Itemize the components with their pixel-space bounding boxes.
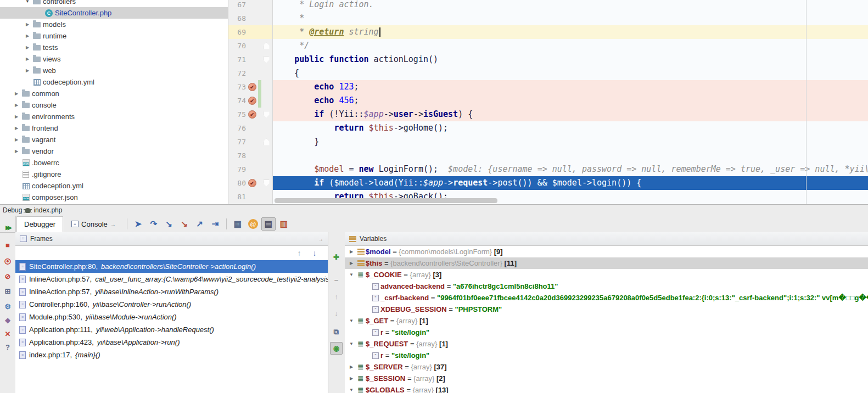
show-watches-icon[interactable]: ◉ [330, 342, 343, 355]
close-icon[interactable]: ✕ [0, 328, 15, 340]
step-out-icon[interactable]: ↗ [193, 217, 207, 231]
editor-line-71[interactable]: 71 public function actionLogin() [228, 53, 868, 66]
chevron-right-icon[interactable]: ▶ [347, 364, 356, 369]
fold-marker-icon[interactable] [261, 180, 271, 187]
variable-row[interactable]: ▶$model = {common\models\LoginForm} [9] [345, 246, 868, 257]
line-number[interactable]: 68 [228, 12, 246, 25]
chevron-right-icon[interactable]: ▶ [347, 249, 356, 254]
resume-icon[interactable]: ▶▶ [0, 221, 15, 233]
editor-horizontal-scrollbar[interactable] [275, 198, 497, 203]
variable-row[interactable]: "advanced-backend = "a676ihctr8gc1cml5n8… [345, 280, 868, 292]
chevron-down-icon[interactable]: ▼ [347, 272, 356, 277]
show-execution-point-icon[interactable]: ➤ [131, 217, 145, 231]
variable-row[interactable]: ▶$this = {backend\controllers\SiteContro… [345, 257, 868, 269]
tree-item-models[interactable]: ▶models [0, 19, 228, 30]
frame-row[interactable]: ≡InlineAction.php:57,yii\base\InlineActi… [15, 285, 328, 298]
run-to-cursor-icon[interactable]: ⇥ [208, 217, 222, 231]
variable-row[interactable]: ▼≣$_REQUEST = {array} [1] [345, 338, 868, 350]
editor-line-79[interactable]: 79 $model = new LoginForm(); $model: {us… [228, 162, 868, 176]
chevron-right-icon[interactable]: ▶ [23, 57, 32, 61]
breakpoint-icon[interactable]: ✔ [246, 179, 258, 187]
tree-item-runtime[interactable]: ▶runtime [0, 30, 228, 42]
move-down-icon[interactable]: ↓ [330, 307, 343, 319]
fold-marker-icon[interactable] [261, 43, 271, 49]
chevron-right-icon[interactable]: ▶ [23, 45, 32, 50]
variable-row[interactable]: ▼≣$GLOBALS = {array} [13] [345, 384, 868, 393]
line-number[interactable]: 76 [228, 121, 246, 135]
frame-row[interactable]: ≡Application.php:423,yii\base\Applicatio… [15, 336, 328, 349]
variable-row[interactable]: ▼≣$_COOKIE = {array} [3] [345, 269, 868, 280]
view-breakpoints-icon[interactable]: ⦿ [0, 255, 15, 267]
fold-marker-icon[interactable] [261, 139, 271, 145]
line-number[interactable]: 73 [228, 80, 246, 94]
evaluate-expression-icon[interactable]: ▦ [231, 217, 245, 231]
tree-item-views[interactable]: ▶views [0, 53, 228, 65]
breakpoint-dot[interactable]: ✔ [248, 97, 256, 105]
editor-line-69[interactable]: 69 * @return string [228, 25, 868, 39]
chevron-right-icon[interactable]: ▶ [347, 261, 356, 266]
chevron-right-icon[interactable]: ▶ [12, 103, 21, 108]
editor-line-77[interactable]: 77 } [228, 135, 868, 149]
tree-item-codeception-yml[interactable]: codeception.yml [0, 180, 228, 192]
tree-item-controllers[interactable]: ▼controllers [0, 0, 228, 7]
tree-item-vendor[interactable]: ▶vendor [0, 145, 228, 157]
variable-row[interactable]: "r = "site/login" [345, 327, 868, 338]
chevron-right-icon[interactable]: ▶ [12, 91, 21, 96]
line-number[interactable]: 81 [228, 190, 246, 204]
fold-marker-icon[interactable] [261, 111, 271, 118]
move-up-icon[interactable]: ↑ [330, 290, 343, 303]
chevron-right-icon[interactable]: ▶ [12, 126, 21, 131]
variable-row[interactable]: ▶≣$_SESSION = {array} [2] [345, 373, 868, 384]
frame-row[interactable]: ≡Application.php:111,yii\web\Application… [15, 323, 328, 336]
stop-icon[interactable]: ■ [0, 239, 15, 251]
tree-item-frontend[interactable]: ▶frontend [0, 122, 228, 134]
variable-row[interactable]: ▼≣$_GET = {array} [1] [345, 315, 868, 327]
frame-row[interactable]: ≡Module.php:530,yii\base\Module->runActi… [15, 311, 328, 323]
breakpoint-icon[interactable]: ✔ [246, 110, 258, 119]
frame-row[interactable]: ≡InlineAction.php:57,call_user_func_arra… [15, 273, 328, 285]
chevron-down-icon[interactable]: ▼ [347, 388, 356, 392]
next-frame-icon[interactable]: ↓ [309, 248, 320, 259]
step-over-icon[interactable]: ↷ [147, 217, 161, 231]
previous-frame-icon[interactable]: ↑ [294, 248, 305, 259]
editor-line-72[interactable]: 72 { [228, 66, 868, 80]
chevron-right-icon[interactable]: ▶ [23, 68, 32, 73]
editor-line-80[interactable]: 80✔ if ($model->load(Yii::$app->request-… [228, 176, 868, 190]
line-number[interactable]: 71 [228, 53, 246, 66]
line-number[interactable]: 72 [228, 66, 246, 80]
frame-row[interactable]: ≡index.php:17,{main}() [15, 349, 328, 361]
line-number[interactable]: 80 [228, 176, 246, 190]
breakpoint-dot[interactable]: ✔ [248, 110, 256, 119]
editor-line-78[interactable]: 78 [228, 149, 868, 162]
line-number[interactable]: 69 [228, 25, 246, 39]
tab-console[interactable]: ≡Console→ [64, 216, 123, 232]
editor-line-76[interactable]: 76 return $this->goHome(); [228, 121, 868, 135]
breakpoint-icon[interactable]: ✔ [246, 97, 258, 105]
chevron-down-icon[interactable]: ▼ [23, 0, 32, 4]
frame-row[interactable]: ≡SiteController.php:80,backend\controlle… [15, 260, 328, 273]
watch-values-icon[interactable]: @ [248, 219, 258, 229]
tab-debugger[interactable]: Debugger [16, 216, 63, 232]
code-editor[interactable]: 67 * Login action.68 *69 * @return strin… [228, 0, 868, 204]
chevron-right-icon[interactable]: ▶ [12, 137, 21, 142]
line-number[interactable]: 74 [228, 94, 246, 108]
chevron-right-icon[interactable]: ▶ [12, 114, 21, 119]
breakpoint-dot[interactable]: ✔ [248, 179, 256, 187]
breakpoint-icon[interactable]: ✔ [246, 83, 258, 91]
remove-watch-icon[interactable]: − [330, 274, 343, 287]
tree-item-web[interactable]: ▶web [0, 65, 228, 76]
line-number[interactable]: 77 [228, 135, 246, 149]
settings-icon[interactable]: ⚙ [0, 300, 15, 312]
pin-icon[interactable]: ❖ [0, 315, 15, 327]
line-number[interactable]: 78 [228, 149, 246, 162]
line-number[interactable]: 75 [228, 108, 246, 121]
move-panel-icon[interactable]: → [318, 236, 323, 242]
variable-row[interactable]: "XDEBUG_SESSION = "PHPSTORM" [345, 304, 868, 315]
line-number[interactable]: 70 [228, 39, 246, 53]
tree-item-tests[interactable]: ▶tests [0, 42, 228, 53]
mute-breakpoints-icon[interactable]: ⊘ [0, 270, 15, 282]
tree-item-composer-json[interactable]: JSONcomposer.json [0, 192, 228, 203]
breakpoint-dot[interactable]: ✔ [248, 83, 256, 91]
tree-item-vagrant[interactable]: ▶vagrant [0, 134, 228, 145]
tree-item-console[interactable]: ▶console [0, 99, 228, 111]
